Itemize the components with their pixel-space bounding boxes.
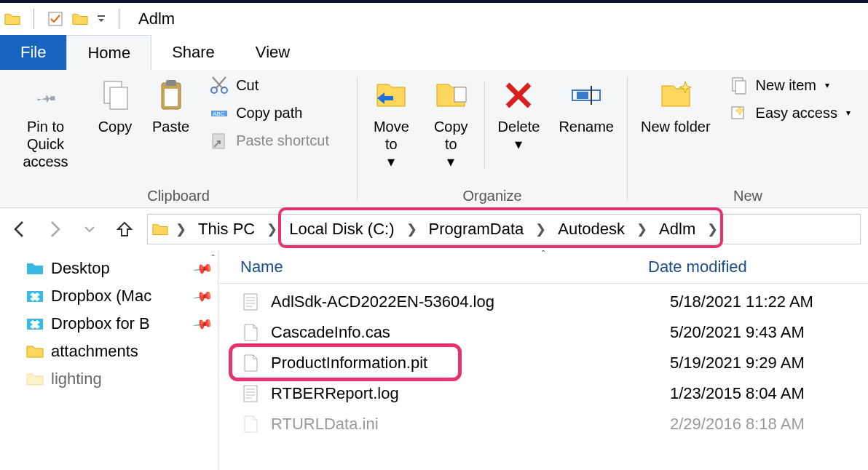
breadcrumb-adlm[interactable]: Adlm — [655, 218, 700, 240]
chevron-right-icon[interactable]: ❯ — [532, 221, 549, 237]
file-name: CascadeInfo.cas — [271, 323, 670, 342]
folder-icon-small[interactable] — [72, 12, 88, 25]
history-dropdown[interactable] — [77, 217, 102, 242]
properties-icon[interactable] — [47, 11, 63, 27]
rename-button[interactable]: Rename — [553, 74, 620, 138]
tab-share[interactable]: Share — [151, 35, 235, 70]
label: Pin to Quick access — [13, 118, 78, 170]
sidebar-item-dropbox-mac[interactable]: Dropbox (Mac 📌 — [0, 282, 218, 310]
pin-icon — [28, 77, 64, 113]
new-item-button[interactable]: New item ▾ — [727, 74, 853, 96]
easy-access-button[interactable]: Easy access ▾ — [727, 102, 853, 124]
group-new: New folder New item ▾ Easy acce — [628, 70, 868, 207]
tab-file[interactable]: File — [0, 35, 66, 70]
navigation-pane[interactable]: ˆ Desktop 📌 Dropbox (Mac 📌 Dropbox for B… — [0, 250, 218, 470]
breadcrumb-bar[interactable]: ❯ This PC ❯ Local Disk (C:) ❯ ProgramDat… — [147, 214, 861, 244]
file-row[interactable]: RTURLData.ini 2/29/2016 8:18 AM — [218, 409, 868, 439]
folder-icon — [26, 372, 44, 386]
sort-indicator-icon: ˆ — [542, 250, 545, 260]
delete-icon — [500, 77, 537, 113]
file-row[interactable]: ProductInformation.pit 5/19/2021 9:29 AM — [218, 348, 868, 378]
new-folder-button[interactable]: New folder — [635, 74, 717, 138]
label: Copy — [98, 118, 133, 135]
svg-rect-12 — [454, 87, 466, 102]
chevron-right-icon[interactable]: ❯ — [264, 221, 280, 237]
column-name[interactable]: Name — [240, 258, 648, 276]
paste-button[interactable]: Paste — [146, 74, 195, 138]
address-bar-row: ❯ This PC ❯ Local Disk (C:) ❯ ProgramDat… — [0, 208, 868, 250]
group-label: Clipboard — [7, 185, 350, 204]
ribbon-tabs: File Home Share View — [0, 35, 868, 70]
tab-view[interactable]: View — [235, 35, 310, 70]
dropbox-icon — [26, 316, 44, 331]
label: Move to▾ — [371, 118, 412, 170]
group-organize: Move to▾ Copy to▾ Delete▾ — [358, 70, 627, 207]
folder-blue-icon — [26, 261, 44, 276]
file-row[interactable]: CascadeInfo.cas 5/20/2021 9:43 AM — [218, 317, 868, 348]
tab-home[interactable]: Home — [66, 35, 151, 70]
label: Desktop — [51, 259, 110, 278]
chevron-right-icon[interactable]: ❯ — [173, 221, 189, 237]
cut-button[interactable]: Cut — [207, 74, 332, 96]
pin-icon: 📌 — [192, 258, 214, 280]
file-name: RTURLData.ini — [271, 415, 670, 434]
file-date: 5/20/2021 9:43 AM — [670, 323, 868, 342]
pin-quick-access-button[interactable]: Pin to Quick access — [7, 74, 84, 173]
breadcrumb-programdata[interactable]: ProgramData — [425, 218, 529, 240]
copy-to-icon — [433, 77, 469, 113]
chevron-right-icon[interactable]: ❯ — [403, 221, 420, 237]
move-to-button[interactable]: Move to▾ — [365, 74, 418, 173]
column-date-modified[interactable]: Date modified — [648, 258, 868, 276]
qat-dropdown-icon[interactable] — [97, 15, 106, 23]
svg-rect-26 — [244, 386, 257, 402]
paste-shortcut-button[interactable]: Paste shortcut — [207, 130, 332, 151]
sidebar-item-attachments[interactable]: attachments — [0, 338, 218, 365]
chevron-right-icon[interactable]: ❯ — [634, 221, 650, 237]
delete-button[interactable]: Delete▾ — [492, 74, 546, 156]
separator — [33, 9, 34, 29]
breadcrumb-local-disk[interactable]: Local Disk (C:) — [285, 218, 398, 240]
separator — [119, 9, 119, 29]
svg-rect-6 — [165, 89, 178, 106]
pin-icon: 📌 — [192, 285, 214, 308]
svg-rect-18 — [732, 107, 743, 119]
text-file-icon — [240, 383, 261, 404]
sidebar-item-desktop[interactable]: Desktop 📌 — [0, 255, 218, 282]
paste-shortcut-icon — [210, 131, 229, 150]
label: New folder — [641, 118, 711, 135]
blank-file-icon — [240, 322, 261, 343]
chevron-down-icon: ▾ — [846, 108, 851, 118]
easy-access-icon — [730, 103, 749, 122]
back-button[interactable] — [7, 217, 32, 242]
pin-icon: 📌 — [192, 313, 214, 335]
ribbon: Pin to Quick access Copy Paste — [0, 70, 868, 208]
up-button[interactable] — [112, 217, 137, 242]
copy-to-button[interactable]: Copy to▾ — [425, 74, 477, 173]
sidebar-item-lighting[interactable]: lighting — [0, 365, 218, 393]
copy-path-button[interactable]: ABC Copy path — [207, 102, 332, 124]
blank-file-icon — [240, 353, 261, 373]
forward-button[interactable] — [42, 217, 67, 242]
file-list-pane: ˆ Name Date modified AdlSdk-ACD2022EN-53… — [218, 250, 868, 470]
breadcrumb-this-pc[interactable]: This PC — [194, 218, 259, 240]
svg-rect-0 — [49, 12, 62, 25]
file-date: 5/19/2021 9:29 AM — [670, 354, 868, 373]
label: New item — [756, 77, 816, 94]
label: Dropbox (Mac — [51, 287, 151, 306]
sidebar-item-dropbox-b[interactable]: Dropbox for B 📌 — [0, 310, 218, 338]
copy-button[interactable]: Copy — [91, 74, 139, 138]
breadcrumb-autodesk[interactable]: Autodesk — [553, 218, 629, 240]
label: Rename — [559, 118, 614, 135]
scroll-up-icon[interactable]: ˆ — [211, 253, 215, 265]
label: Dropbox for B — [51, 314, 150, 333]
separator — [484, 81, 485, 169]
window-title: Adlm — [138, 9, 175, 28]
file-row[interactable]: RTBERReport.log 1/23/2015 8:04 AM — [218, 378, 868, 409]
svg-rect-1 — [98, 15, 105, 17]
label: attachments — [51, 342, 138, 361]
label: Paste — [152, 118, 189, 135]
chevron-right-icon[interactable]: ❯ — [704, 221, 721, 237]
file-date: 1/23/2015 8:04 AM — [670, 384, 868, 403]
explorer-body: ˆ Desktop 📌 Dropbox (Mac 📌 Dropbox for B… — [0, 250, 868, 470]
file-row[interactable]: AdlSdk-ACD2022EN-53604.log 5/18/2021 11:… — [218, 287, 868, 317]
